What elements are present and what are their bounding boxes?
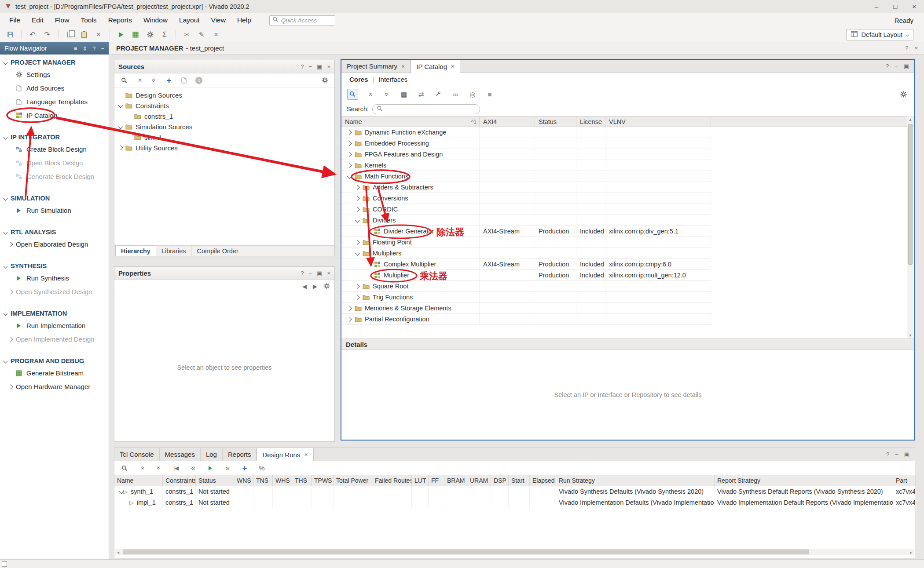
source-tree-item-utility-sources[interactable]: Utility Sources bbox=[114, 142, 334, 153]
close-icon[interactable]: × bbox=[914, 45, 918, 51]
settings-icon[interactable] bbox=[144, 29, 156, 40]
play-small-icon[interactable] bbox=[205, 462, 216, 474]
back-arrow-icon[interactable]: ◀ bbox=[302, 284, 307, 289]
chevron-right-icon[interactable] bbox=[8, 337, 13, 342]
collapse-icon[interactable] bbox=[118, 103, 123, 108]
column-header-ths[interactable]: THS bbox=[292, 475, 312, 486]
flow-section-header-implementation[interactable]: IMPLEMENTATION bbox=[0, 308, 109, 319]
collapse-icon[interactable] bbox=[347, 174, 352, 178]
scroll-right-icon[interactable]: ▸ bbox=[908, 549, 914, 555]
column-header-ff[interactable]: FF bbox=[429, 475, 444, 486]
expand-icon[interactable] bbox=[355, 207, 359, 211]
design-run-row-synth-1[interactable]: ▷synth_1constrs_1Not startedVivado Synth… bbox=[114, 486, 915, 497]
flow-item-ip-catalog[interactable]: IP Catalog bbox=[0, 109, 109, 122]
scroll-up-icon[interactable]: ▴ bbox=[907, 116, 913, 123]
quick-access-search[interactable] bbox=[269, 15, 335, 25]
flow-item-language-templates[interactable]: Language Templates bbox=[0, 95, 109, 109]
menu-tools[interactable]: Tools bbox=[75, 13, 102, 27]
ip-row-trig-functions[interactable]: Trig Functions bbox=[341, 292, 711, 303]
column-header-status[interactable]: Status bbox=[196, 475, 234, 486]
ip-row-partial-reconfiguration[interactable]: Partial Reconfiguration bbox=[341, 314, 711, 325]
ip-search-box[interactable] bbox=[372, 104, 480, 114]
source-tree-item-simulation-sources[interactable]: Simulation Sources bbox=[114, 121, 334, 132]
help-icon[interactable]: ? bbox=[92, 46, 95, 51]
quick-access-input[interactable] bbox=[281, 17, 330, 24]
gear-icon[interactable] bbox=[319, 75, 330, 86]
flow-item-generate-bitstream[interactable]: Generate Bitstream bbox=[0, 366, 109, 380]
tab-messages[interactable]: Messages bbox=[160, 448, 201, 461]
expand-icon[interactable] bbox=[347, 141, 352, 146]
help-icon[interactable]: ? bbox=[886, 451, 889, 457]
column-header-tpws[interactable]: TPWS bbox=[312, 475, 334, 486]
cut-icon[interactable]: ✂ bbox=[181, 29, 193, 40]
ip-row-adders-subtracters[interactable]: Adders & Subtracters bbox=[341, 182, 711, 193]
chevron-right-icon[interactable] bbox=[8, 242, 13, 247]
ip-row-divider-generator[interactable]: Divider GeneratorAXI4-StreamProductionIn… bbox=[341, 226, 711, 237]
ip-row-dividers[interactable]: Dividers bbox=[341, 215, 711, 226]
expand-icon[interactable]: » bbox=[153, 462, 165, 474]
group-icon[interactable]: ▦ bbox=[398, 88, 410, 100]
collapse-icon[interactable]: » bbox=[136, 462, 147, 474]
chevron-right-icon[interactable] bbox=[8, 289, 13, 294]
column-header-bram[interactable]: BRAM bbox=[444, 475, 467, 486]
restore-icon[interactable]: ⇄ bbox=[415, 88, 427, 100]
gear-icon[interactable] bbox=[323, 283, 330, 290]
minimize-icon[interactable]: − bbox=[101, 46, 104, 51]
ip-row-complex-multiplier[interactable]: Complex MultiplierAXI4-StreamProductionI… bbox=[341, 259, 711, 270]
undo-icon[interactable]: ↶ bbox=[27, 29, 38, 40]
column-header-report-strategy[interactable]: Report Strategy bbox=[715, 475, 893, 486]
ip-row-multiplier[interactable]: MultiplierProductionIncludedxilinx.com:i… bbox=[341, 270, 711, 281]
menu-view[interactable]: View bbox=[205, 13, 231, 27]
collapse-icon[interactable] bbox=[355, 218, 359, 222]
wrench-icon[interactable] bbox=[433, 88, 444, 100]
flow-section-header-rtl-analysis[interactable]: RTL ANALYSIS bbox=[0, 227, 109, 237]
expand-icon[interactable] bbox=[355, 295, 359, 299]
collapse-icon[interactable]: » bbox=[364, 88, 375, 100]
flow-section-header-project-manager[interactable]: PROJECT MANAGER bbox=[0, 57, 109, 68]
column-header-name[interactable]: Name bbox=[114, 475, 163, 486]
ip-row-floating-point[interactable]: Floating Point bbox=[341, 237, 711, 248]
ip-row-square-root[interactable]: Square Root bbox=[341, 281, 711, 292]
ip-row-dynamic-function-exchange[interactable]: Dynamic Function eXchange bbox=[341, 127, 711, 138]
paste-icon[interactable] bbox=[78, 29, 90, 40]
subtab-cores[interactable]: Cores bbox=[349, 76, 368, 83]
help-icon[interactable]: ? bbox=[886, 63, 889, 69]
expand-icon[interactable] bbox=[355, 196, 359, 200]
flow-item-run-simulation[interactable]: Run Simulation bbox=[0, 204, 109, 217]
float-icon[interactable]: ▣ bbox=[904, 63, 909, 69]
sources-tab-hierarchy[interactable]: Hierarchy bbox=[115, 245, 156, 256]
close-window-icon[interactable]: × bbox=[912, 3, 916, 10]
flow-item-run-implementation[interactable]: Run Implementation bbox=[0, 319, 109, 332]
column-header-status[interactable]: Status bbox=[535, 117, 576, 127]
close-icon[interactable]: × bbox=[327, 64, 330, 69]
collapse-icon[interactable] bbox=[355, 251, 359, 255]
redo-icon[interactable]: ↷ bbox=[41, 29, 53, 40]
forward-arrow-icon[interactable]: ▶ bbox=[313, 284, 317, 289]
ip-search-input[interactable] bbox=[385, 106, 476, 113]
ip-row-math-functions[interactable]: Math Functions bbox=[341, 171, 711, 182]
column-header-name[interactable]: Name^1 bbox=[341, 117, 480, 127]
menu-reports[interactable]: Reports bbox=[103, 13, 138, 27]
help-icon[interactable]: ? bbox=[301, 270, 304, 276]
scrollbar-thumb[interactable] bbox=[908, 124, 913, 265]
percent-icon[interactable]: % bbox=[256, 462, 268, 474]
column-header-axi4[interactable]: AXI4 bbox=[480, 117, 535, 127]
ip-row-multipliers[interactable]: Multipliers bbox=[341, 248, 711, 259]
sources-tab-compile-order[interactable]: Compile Order bbox=[192, 246, 244, 256]
column-header-dsp[interactable]: DSP bbox=[491, 475, 509, 486]
expand-icon[interactable] bbox=[355, 284, 359, 288]
close-icon[interactable]: × bbox=[210, 29, 222, 40]
ip-tree-scrollbar[interactable]: ▴ ▾ bbox=[907, 116, 913, 339]
flow-section-header-simulation[interactable]: SIMULATION bbox=[0, 193, 109, 204]
menu-window[interactable]: Window bbox=[138, 13, 173, 27]
updown-icon[interactable]: ⇕ bbox=[82, 46, 87, 51]
program-device-icon[interactable] bbox=[130, 29, 141, 40]
menu-layout[interactable]: Layout bbox=[173, 13, 205, 27]
collapse-icon[interactable] bbox=[118, 124, 123, 129]
gear-icon[interactable] bbox=[898, 88, 909, 100]
ip-row-memories-storage-elements[interactable]: Memories & Storage Elements bbox=[341, 303, 711, 314]
chevron-right-icon[interactable] bbox=[8, 384, 13, 389]
menu-file[interactable]: File bbox=[4, 13, 26, 27]
close-tab-icon[interactable]: × bbox=[401, 63, 405, 70]
ip-row-conversions[interactable]: Conversions bbox=[341, 193, 711, 204]
